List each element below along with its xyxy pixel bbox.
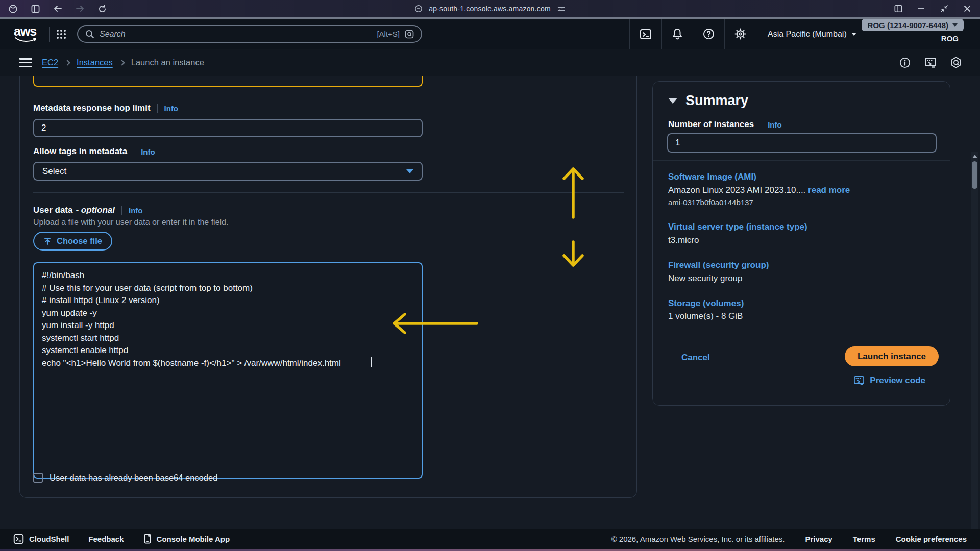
instances-label-row: Number of instances Info — [668, 119, 782, 130]
instance-type-section-value: t3.micro — [668, 235, 699, 245]
browser-logo-icon — [8, 4, 18, 14]
search-icon — [85, 30, 94, 39]
region-label: Asia Pacific (Mumbai) — [768, 30, 847, 39]
base64-checkbox-label: User data has already been base64 encode… — [50, 473, 217, 483]
sidebar-toggle-icon[interactable] — [31, 5, 40, 13]
launch-instance-button[interactable]: Launch instance — [845, 346, 939, 366]
close-icon[interactable] — [964, 5, 971, 12]
instances-label: Number of instances — [668, 119, 754, 130]
summary-divider — [653, 334, 950, 334]
scroll-up-icon[interactable] — [972, 155, 977, 158]
aws-console-header: aws Search [Alt+S] — [0, 19, 980, 49]
scrollbar-thumb[interactable] — [972, 161, 977, 189]
user-data-label: User data — [33, 205, 72, 215]
preview-code-icon — [853, 375, 865, 386]
search-input[interactable]: Search [Alt+S] — [77, 25, 422, 43]
notifications-bell-icon[interactable] — [662, 28, 693, 40]
permissions-icon[interactable] — [414, 5, 423, 13]
footer-cookie-preferences-link[interactable]: Cookie preferences — [896, 535, 967, 543]
footer-copyright: © 2026, Amazon Web Services, Inc. or its… — [611, 535, 785, 543]
user-data-textarea[interactable]: #!/bin/bash # Use this for your user dat… — [33, 262, 423, 479]
browser-titlebar: ap-south-1.console.aws.amazon.com — [0, 0, 980, 17]
footer-feedback[interactable]: Feedback — [88, 535, 124, 543]
restore-icon[interactable] — [940, 5, 948, 13]
storage-section-label[interactable]: Storage (volumes) — [668, 298, 744, 309]
url-field[interactable]: ap-south-1.console.aws.amazon.com — [429, 5, 551, 13]
ami-id: ami-0317b0f0a0144b137 — [668, 198, 753, 207]
ami-section-value: Amazon Linux 2023 AMI 2023.10.... read m… — [668, 185, 850, 195]
chevron-right-icon — [119, 60, 125, 65]
amazon-q-icon[interactable] — [950, 57, 962, 68]
summary-header[interactable]: Summary — [668, 93, 748, 109]
breadcrumb-ec2[interactable]: EC2 — [42, 58, 58, 67]
footer-mobile-app-label: Console Mobile App — [157, 535, 230, 543]
section-divider — [33, 192, 624, 193]
label-divider — [134, 147, 134, 156]
window-bottom-edge — [0, 549, 980, 551]
aws-logo[interactable]: aws — [14, 24, 38, 44]
preview-code-panel-icon[interactable] — [924, 57, 937, 68]
url-settings-icon[interactable] — [557, 5, 566, 13]
breadcrumb-current: Launch an instance — [131, 58, 204, 67]
footer-cloudshell-label: CloudShell — [29, 535, 69, 543]
main-content: Metadata response hop limit Info Allow t… — [0, 76, 980, 529]
panel-toggle-icon[interactable] — [894, 5, 902, 13]
summary-panel: Summary Number of instances Info Softwar… — [652, 81, 950, 406]
breadcrumb: EC2 Instances Launch an instance — [42, 49, 204, 76]
label-divider — [157, 104, 158, 113]
label-divider — [761, 120, 761, 129]
nav-menu-icon[interactable] — [19, 58, 32, 67]
help-icon[interactable] — [693, 28, 724, 40]
instances-info-link[interactable]: Info — [768, 120, 782, 129]
hop-limit-input[interactable] — [33, 119, 423, 137]
hop-limit-label-row: Metadata response hop limit Info — [33, 103, 178, 113]
hop-limit-info-link[interactable]: Info — [164, 104, 179, 113]
user-data-label-row: User data - optional Info — [33, 205, 142, 215]
account-short-label[interactable]: ROG — [941, 34, 959, 43]
instance-type-section-label[interactable]: Virtual server type (instance type) — [668, 222, 807, 232]
settings-gear-icon[interactable] — [725, 28, 756, 40]
allow-tags-info-link[interactable]: Info — [141, 147, 155, 156]
back-icon[interactable] — [53, 5, 62, 13]
footer-terms-link[interactable]: Terms — [853, 535, 875, 543]
info-panel-icon[interactable] — [899, 57, 911, 68]
reload-icon[interactable] — [98, 5, 107, 13]
storage-section-value: 1 volume(s) - 8 GiB — [668, 311, 743, 321]
ami-section-label[interactable]: Software Image (AMI) — [668, 172, 756, 182]
minimize-icon[interactable] — [918, 5, 925, 12]
region-selector[interactable]: Asia Pacific (Mumbai) — [756, 30, 868, 39]
hop-limit-label: Metadata response hop limit — [33, 103, 151, 113]
allow-tags-label: Allow tags in metadata — [33, 146, 127, 157]
preview-code-link[interactable]: Preview code — [853, 375, 925, 386]
read-more-link[interactable]: read more — [808, 185, 850, 195]
account-badge-label: ROG (1214-9007-6448) — [868, 21, 948, 30]
user-data-info-link[interactable]: Info — [129, 206, 143, 215]
footer-cloudshell[interactable]: CloudShell — [13, 534, 69, 544]
header-divider — [49, 27, 50, 42]
label-divider — [121, 206, 122, 215]
breadcrumb-instances[interactable]: Instances — [77, 58, 113, 67]
chevron-right-icon — [64, 60, 70, 65]
account-menu-button[interactable]: ROG (1214-9007-6448) — [862, 19, 964, 31]
preview-code-label: Preview code — [870, 375, 925, 386]
search-shortcut-hint: [Alt+S] — [377, 30, 400, 38]
footer-privacy-link[interactable]: Privacy — [805, 535, 832, 543]
vertical-scrollbar[interactable] — [971, 152, 978, 551]
instances-input[interactable] — [667, 133, 937, 153]
services-grid-icon[interactable] — [56, 29, 67, 40]
footer-mobile-app[interactable]: Console Mobile App — [143, 534, 230, 544]
focused-field-partial[interactable] — [33, 76, 423, 87]
text-cursor — [371, 357, 372, 367]
allow-tags-select[interactable]: Select — [33, 162, 423, 181]
forward-icon[interactable] — [76, 5, 85, 13]
base64-checkbox[interactable] — [33, 473, 43, 483]
cloudshell-icon[interactable] — [630, 28, 662, 40]
allow-tags-label-row: Allow tags in metadata Info — [33, 146, 155, 157]
summary-divider — [653, 160, 950, 161]
firewall-section-label[interactable]: Firewall (security group) — [668, 260, 769, 270]
breadcrumb-bar: EC2 Instances Launch an instance — [0, 49, 980, 76]
allow-tags-select-value: Select — [42, 166, 66, 177]
choose-file-button[interactable]: Choose file — [33, 232, 112, 251]
search-q-icon — [405, 30, 414, 39]
cancel-button[interactable]: Cancel — [681, 353, 710, 363]
